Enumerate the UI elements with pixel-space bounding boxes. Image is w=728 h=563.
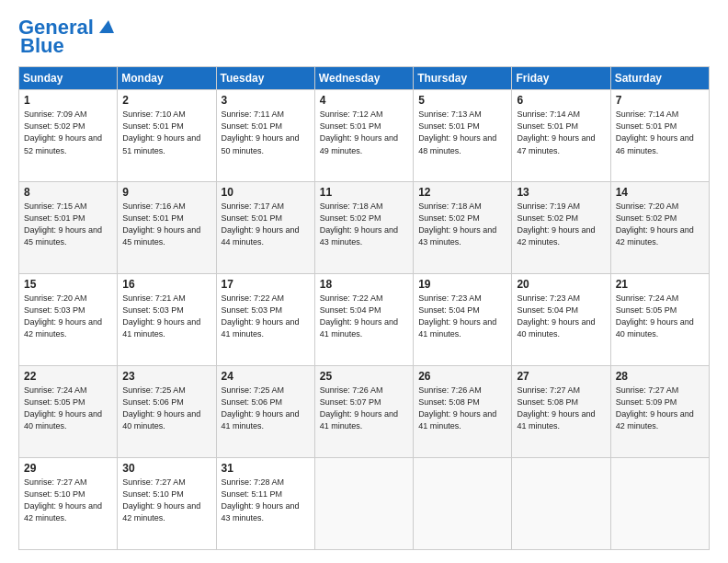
calendar-cell: 25Sunrise: 7:26 AMSunset: 5:07 PMDayligh… [314,366,413,458]
day-info: Sunrise: 7:19 AMSunset: 5:02 PMDaylight:… [517,201,595,247]
day-info: Sunrise: 7:15 AMSunset: 5:01 PMDaylight:… [24,201,102,247]
week-row-1: 1Sunrise: 7:09 AMSunset: 5:02 PMDaylight… [19,90,710,182]
calendar-cell: 8Sunrise: 7:15 AMSunset: 5:01 PMDaylight… [19,182,118,274]
calendar-cell: 27Sunrise: 7:27 AMSunset: 5:08 PMDayligh… [512,366,610,458]
day-info: Sunrise: 7:20 AMSunset: 5:03 PMDaylight:… [24,293,102,339]
day-info: Sunrise: 7:10 AMSunset: 5:01 PMDaylight:… [122,109,200,155]
calendar-cell: 9Sunrise: 7:16 AMSunset: 5:01 PMDaylight… [118,182,216,274]
day-info: Sunrise: 7:27 AMSunset: 5:09 PMDaylight:… [616,385,694,431]
day-info: Sunrise: 7:26 AMSunset: 5:07 PMDaylight:… [320,385,398,431]
day-number: 15 [24,278,112,291]
calendar-cell: 17Sunrise: 7:22 AMSunset: 5:03 PMDayligh… [216,274,314,366]
day-number: 26 [418,370,506,383]
week-row-5: 29Sunrise: 7:27 AMSunset: 5:10 PMDayligh… [19,458,710,550]
day-number: 16 [122,278,210,291]
week-row-2: 8Sunrise: 7:15 AMSunset: 5:01 PMDaylight… [19,182,710,274]
day-info: Sunrise: 7:27 AMSunset: 5:10 PMDaylight:… [24,477,102,523]
col-header-friday: Friday [512,67,610,90]
day-number: 11 [320,186,408,199]
day-number: 28 [616,370,704,383]
calendar-cell: 10Sunrise: 7:17 AMSunset: 5:01 PMDayligh… [216,182,314,274]
week-row-3: 15Sunrise: 7:20 AMSunset: 5:03 PMDayligh… [19,274,710,366]
day-number: 22 [24,370,112,383]
day-number: 12 [418,186,506,199]
day-number: 2 [122,94,210,107]
day-info: Sunrise: 7:14 AMSunset: 5:01 PMDaylight:… [517,109,595,155]
logo-blue: Blue [20,35,64,57]
calendar-cell: 13Sunrise: 7:19 AMSunset: 5:02 PMDayligh… [512,182,610,274]
svg-marker-0 [99,20,114,33]
calendar-cell: 19Sunrise: 7:23 AMSunset: 5:04 PMDayligh… [414,274,512,366]
day-number: 21 [616,278,704,291]
col-header-tuesday: Tuesday [216,67,314,90]
day-number: 31 [222,462,310,475]
day-number: 18 [320,278,408,291]
day-number: 19 [418,278,506,291]
day-number: 20 [517,278,605,291]
day-number: 9 [122,186,210,199]
day-number: 7 [616,94,704,107]
calendar-cell [610,458,709,550]
calendar-cell: 12Sunrise: 7:18 AMSunset: 5:02 PMDayligh… [414,182,512,274]
day-number: 6 [517,94,605,107]
day-number: 30 [122,462,210,475]
col-header-thursday: Thursday [414,67,512,90]
calendar-cell: 30Sunrise: 7:27 AMSunset: 5:10 PMDayligh… [118,458,216,550]
logo: General Blue [18,17,116,57]
day-number: 10 [222,186,310,199]
calendar-cell: 11Sunrise: 7:18 AMSunset: 5:02 PMDayligh… [314,182,413,274]
day-info: Sunrise: 7:24 AMSunset: 5:05 PMDaylight:… [616,293,694,339]
calendar-cell [414,458,512,550]
day-info: Sunrise: 7:22 AMSunset: 5:04 PMDaylight:… [320,293,398,339]
day-number: 23 [122,370,210,383]
calendar-cell: 28Sunrise: 7:27 AMSunset: 5:09 PMDayligh… [610,366,709,458]
day-number: 27 [517,370,605,383]
calendar-cell: 24Sunrise: 7:25 AMSunset: 5:06 PMDayligh… [216,366,314,458]
day-info: Sunrise: 7:22 AMSunset: 5:03 PMDaylight:… [222,293,300,339]
page: General Blue SundayMondayTuesdayWednesda… [0,0,728,563]
calendar-cell: 26Sunrise: 7:26 AMSunset: 5:08 PMDayligh… [414,366,512,458]
calendar-table: SundayMondayTuesdayWednesdayThursdayFrid… [18,66,710,550]
day-info: Sunrise: 7:18 AMSunset: 5:02 PMDaylight:… [418,201,496,247]
day-info: Sunrise: 7:09 AMSunset: 5:02 PMDaylight:… [24,109,102,155]
day-info: Sunrise: 7:27 AMSunset: 5:08 PMDaylight:… [517,385,595,431]
day-info: Sunrise: 7:18 AMSunset: 5:02 PMDaylight:… [320,201,398,247]
col-header-wednesday: Wednesday [314,67,413,90]
day-info: Sunrise: 7:14 AMSunset: 5:01 PMDaylight:… [616,109,694,155]
day-info: Sunrise: 7:23 AMSunset: 5:04 PMDaylight:… [517,293,595,339]
day-info: Sunrise: 7:13 AMSunset: 5:01 PMDaylight:… [418,109,496,155]
day-number: 3 [222,94,310,107]
calendar-cell: 4Sunrise: 7:12 AMSunset: 5:01 PMDaylight… [314,90,413,182]
day-number: 14 [616,186,704,199]
calendar-cell: 3Sunrise: 7:11 AMSunset: 5:01 PMDaylight… [216,90,314,182]
calendar-cell: 2Sunrise: 7:10 AMSunset: 5:01 PMDaylight… [118,90,216,182]
day-info: Sunrise: 7:21 AMSunset: 5:03 PMDaylight:… [122,293,200,339]
day-info: Sunrise: 7:26 AMSunset: 5:08 PMDaylight:… [418,385,496,431]
day-info: Sunrise: 7:20 AMSunset: 5:02 PMDaylight:… [616,201,694,247]
day-info: Sunrise: 7:25 AMSunset: 5:06 PMDaylight:… [122,385,200,431]
calendar-cell: 14Sunrise: 7:20 AMSunset: 5:02 PMDayligh… [610,182,709,274]
calendar-cell: 21Sunrise: 7:24 AMSunset: 5:05 PMDayligh… [610,274,709,366]
day-number: 25 [320,370,408,383]
calendar-cell: 15Sunrise: 7:20 AMSunset: 5:03 PMDayligh… [19,274,118,366]
calendar-cell [512,458,610,550]
calendar-cell: 16Sunrise: 7:21 AMSunset: 5:03 PMDayligh… [118,274,216,366]
calendar-cell: 31Sunrise: 7:28 AMSunset: 5:11 PMDayligh… [216,458,314,550]
calendar-cell: 22Sunrise: 7:24 AMSunset: 5:05 PMDayligh… [19,366,118,458]
day-number: 1 [24,94,112,107]
day-info: Sunrise: 7:11 AMSunset: 5:01 PMDaylight:… [222,109,300,155]
day-info: Sunrise: 7:16 AMSunset: 5:01 PMDaylight:… [122,201,200,247]
calendar-cell: 1Sunrise: 7:09 AMSunset: 5:02 PMDaylight… [19,90,118,182]
day-info: Sunrise: 7:24 AMSunset: 5:05 PMDaylight:… [24,385,102,431]
calendar-cell: 6Sunrise: 7:14 AMSunset: 5:01 PMDaylight… [512,90,610,182]
header: General Blue [18,17,710,57]
col-header-sunday: Sunday [19,67,118,90]
calendar-cell: 18Sunrise: 7:22 AMSunset: 5:04 PMDayligh… [314,274,413,366]
calendar-cell: 20Sunrise: 7:23 AMSunset: 5:04 PMDayligh… [512,274,610,366]
day-number: 17 [222,278,310,291]
day-number: 5 [418,94,506,107]
day-info: Sunrise: 7:17 AMSunset: 5:01 PMDaylight:… [222,201,300,247]
day-number: 4 [320,94,408,107]
calendar-cell: 5Sunrise: 7:13 AMSunset: 5:01 PMDaylight… [414,90,512,182]
day-info: Sunrise: 7:12 AMSunset: 5:01 PMDaylight:… [320,109,398,155]
